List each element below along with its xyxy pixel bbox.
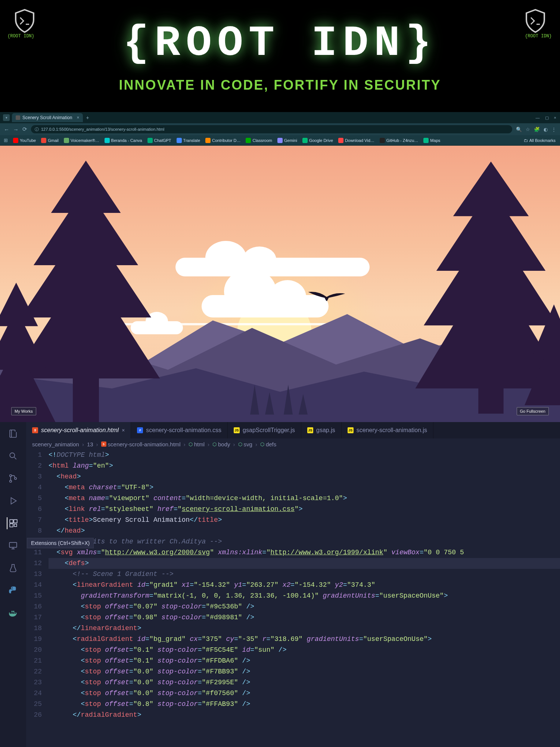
close-button[interactable]: ×	[554, 115, 556, 120]
bookmark-item[interactable]: Maps	[423, 138, 440, 143]
extensions-tooltip: Extensions (Ctrl+Shift+X)	[27, 538, 94, 548]
line-numbers: 1234567810111213141516171819202122232425…	[26, 450, 49, 747]
browser-tab-active[interactable]: Scenery Scroll Animation ×	[12, 113, 83, 122]
bookmark-item[interactable]: Gmail	[41, 138, 59, 143]
logo-label-left: {ROOT IDN}	[7, 34, 34, 39]
editor-tab[interactable]: 5scenery-scroll-animation.html×	[26, 422, 131, 438]
explorer-icon[interactable]	[7, 428, 19, 440]
shield-logo-right	[522, 7, 549, 34]
forward-button[interactable]: →	[13, 126, 19, 133]
address-bar: ← → ⟳ ⓘ 127.0.0.1:5500/scenery_animation…	[0, 123, 560, 135]
brand-title: {ROOT IDN}	[123, 19, 437, 68]
bookmark-item[interactable]: Google Drive	[302, 138, 333, 143]
search-icon[interactable]	[7, 450, 19, 462]
struct-icon: ⬡	[238, 441, 242, 447]
breadcrumb-item[interactable]: ⬡defs	[260, 441, 276, 447]
file-type-icon: 5	[32, 427, 38, 433]
bookmark-favicon	[302, 138, 308, 143]
pine-tree-right	[407, 153, 560, 422]
svg-rect-4	[10, 520, 13, 523]
bookmark-item[interactable]: GitHub - Z4nzu…	[380, 138, 419, 143]
docker-icon[interactable]	[7, 607, 19, 619]
file-icon: 5	[101, 441, 106, 447]
breadcrumb-item[interactable]: ⬡svg	[238, 441, 252, 447]
maximize-button[interactable]: ▢	[545, 115, 549, 120]
url-text: 127.0.0.1:5500/scenery_animation/13/scen…	[41, 127, 164, 131]
editor-tabs: 5scenery-scroll-animation.html×#scenery-…	[26, 422, 560, 438]
tab-search-dropdown[interactable]: ▾	[3, 114, 10, 121]
code-content[interactable]: <!DOCTYPE html><html lang="en"> <head> <…	[49, 450, 560, 747]
back-button[interactable]: ←	[4, 126, 9, 133]
editor-tab[interactable]: #scenery-scroll-animation.css	[131, 422, 228, 438]
breadcrumb[interactable]: scenery_animation›13›5scenery-scroll-ani…	[26, 438, 560, 450]
tab-close-icon[interactable]: ×	[77, 115, 79, 120]
breadcrumb-item[interactable]: 13	[87, 441, 93, 447]
tab-title: Scenery Scroll Animation	[22, 115, 72, 120]
source-control-icon[interactable]	[7, 472, 19, 484]
bookmark-favicon	[277, 138, 283, 143]
shield-logo-left	[11, 7, 38, 34]
bookmark-item[interactable]: ChatGPT	[147, 138, 171, 143]
pine-tree-left	[0, 161, 179, 422]
remote-icon[interactable]	[7, 540, 19, 552]
brand-banner: {ROOT IDN} {ROOT IDN} {ROOT IDN} INNOVAT…	[0, 0, 560, 112]
breadcrumb-item[interactable]: scenery_animation	[32, 441, 79, 447]
bookmark-favicon	[246, 138, 251, 143]
editor-tab[interactable]: JSgsap.js	[301, 422, 342, 438]
logo-label-right: {ROOT IDN}	[525, 34, 552, 39]
editor-tab[interactable]: JSgsapScrollTrigger.js	[228, 422, 301, 438]
bookmark-star-icon[interactable]: ☆	[526, 127, 530, 132]
bookmark-favicon	[380, 138, 385, 143]
editor-tab[interactable]: JSscenery-scroll-animation.js	[342, 422, 433, 438]
breadcrumb-item[interactable]: 5scenery-scroll-animation.html	[101, 441, 181, 447]
code-editor: Extensions (Ctrl+Shift+X) 5scenery-scrol…	[0, 422, 560, 747]
bookmark-item[interactable]: Gemini	[277, 138, 297, 143]
all-bookmarks-link[interactable]: 🗀 All Bookmarks	[524, 138, 556, 143]
bookmark-item[interactable]: Classroom	[246, 138, 272, 143]
struct-icon: ⬡	[189, 441, 193, 447]
run-debug-icon[interactable]	[7, 495, 19, 507]
url-field[interactable]: ⓘ 127.0.0.1:5500/scenery_animation/13/sc…	[31, 125, 512, 133]
apps-icon[interactable]: ⊞	[4, 137, 8, 143]
svg-rect-5	[14, 520, 17, 523]
bookmark-favicon	[205, 138, 211, 143]
file-type-icon: #	[137, 427, 143, 433]
bookmark-favicon	[13, 138, 18, 143]
my-works-button[interactable]: My Works	[11, 407, 36, 415]
reload-button[interactable]: ⟳	[22, 126, 27, 133]
bookmark-item[interactable]: YouTube	[13, 138, 36, 143]
browser-tabstrip: ▾ Scenery Scroll Animation × + — ▢ ×	[0, 112, 560, 123]
code-area[interactable]: 1234567810111213141516171819202122232425…	[26, 450, 560, 747]
breadcrumb-item[interactable]: ⬡body	[212, 441, 230, 447]
menu-dots-icon[interactable]: ⋮	[551, 127, 556, 132]
python-icon[interactable]	[7, 585, 19, 596]
breadcrumb-item[interactable]: ⬡html	[189, 441, 205, 447]
tab-close-icon[interactable]: ×	[122, 427, 125, 433]
testing-icon[interactable]	[7, 562, 19, 574]
fullscreen-button[interactable]: Go Fullscreen	[517, 407, 549, 415]
svg-rect-8	[9, 542, 17, 547]
site-info-icon[interactable]: ⓘ	[35, 127, 39, 132]
bookmark-favicon	[147, 138, 153, 143]
bookmark-favicon	[105, 138, 110, 143]
search-icon[interactable]: 🔍	[516, 127, 522, 132]
bookmarks-bar: ⊞ YouTubeGmailVoicemaker®…Beranda - Canv…	[0, 135, 560, 146]
extensions-icon[interactable]	[7, 517, 19, 529]
file-type-icon: JS	[348, 427, 354, 433]
extensions-puzzle-icon[interactable]: 🧩	[534, 127, 540, 132]
bookmark-item[interactable]: Contributor D…	[205, 138, 240, 143]
browser-window: ▾ Scenery Scroll Animation × + — ▢ × ← →…	[0, 112, 560, 146]
bookmark-item[interactable]: Translate	[177, 138, 200, 143]
minimize-button[interactable]: —	[536, 115, 540, 120]
tab-favicon	[16, 115, 20, 120]
svg-rect-6	[10, 524, 13, 527]
bookmark-favicon	[423, 138, 429, 143]
activity-bar: Extensions (Ctrl+Shift+X)	[0, 422, 26, 747]
cloud-upper	[175, 258, 370, 276]
bookmark-item[interactable]: Beranda - Canva	[105, 138, 142, 143]
new-tab-button[interactable]: +	[86, 115, 89, 121]
bookmark-item[interactable]: Voicemaker®…	[64, 138, 99, 143]
bookmark-favicon	[177, 138, 182, 143]
bookmark-item[interactable]: Download Vid…	[338, 138, 374, 143]
profile-icon[interactable]: ◐	[544, 127, 548, 132]
